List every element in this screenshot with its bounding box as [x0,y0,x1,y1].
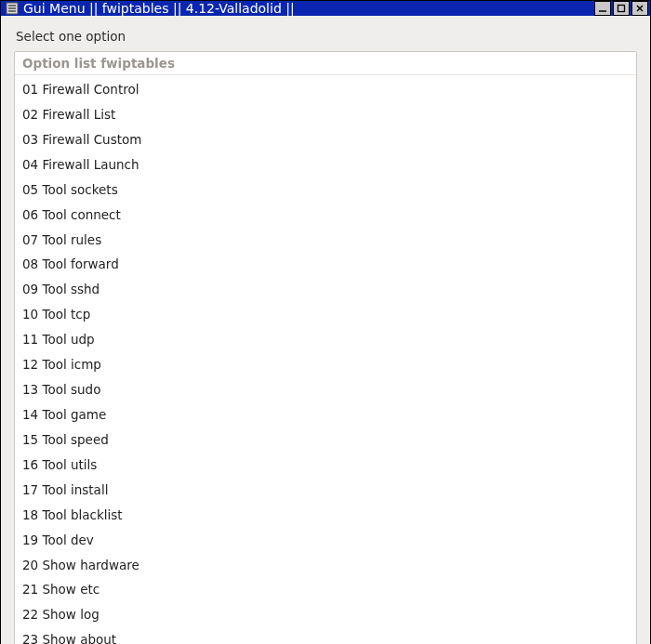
close-button[interactable] [631,1,648,16]
prompt-label: Select one option [16,29,635,44]
list-item[interactable]: 20 Show hardware [15,553,636,578]
list-item[interactable]: 13 Tool sudo [15,377,636,402]
list-item[interactable]: 21 Show etc [15,577,636,602]
window-controls [592,1,648,16]
list-item[interactable]: 14 Tool game [15,402,636,427]
list-item[interactable]: 19 Tool dev [15,528,636,553]
option-list: Option list fwiptables 01 Firewall Contr… [14,51,637,644]
maximize-button[interactable] [613,1,630,16]
list-item[interactable]: 15 Tool speed [15,427,636,453]
dialog-body: Select one option Option list fwiptables… [1,16,650,644]
list-item[interactable]: 06 Tool connect [15,203,636,228]
app-menu-icon [5,1,20,16]
list-item[interactable]: 07 Tool rules [15,228,636,253]
list-item[interactable]: 09 Tool sshd [15,277,636,302]
list-item[interactable]: 04 Firewall Launch [15,152,636,177]
list-item[interactable]: 03 Firewall Custom [15,127,636,152]
list-item[interactable]: 05 Tool sockets [15,177,636,203]
list-item[interactable]: 18 Tool blacklist [15,503,636,528]
titlebar[interactable]: Gui Menu || fwiptables || 4.12-Valladoli… [1,1,650,16]
list-item[interactable]: 17 Tool install [15,478,636,503]
list-item[interactable]: 16 Tool utils [15,453,636,478]
svg-rect-5 [618,6,625,12]
option-list-header: Option list fwiptables [15,52,636,75]
window-title: Gui Menu || fwiptables || 4.12-Valladoli… [23,1,592,16]
list-item[interactable]: 01 Firewall Control [15,77,636,102]
list-item[interactable]: 08 Tool forward [15,252,636,277]
list-item[interactable]: 12 Tool icmp [15,352,636,377]
option-list-body[interactable]: 01 Firewall Control02 Firewall List03 Fi… [15,75,636,644]
list-item[interactable]: 22 Show log [15,602,636,627]
dialog-window: Gui Menu || fwiptables || 4.12-Valladoli… [0,0,651,644]
list-item[interactable]: 02 Firewall List [15,102,636,127]
minimize-button[interactable] [594,1,611,16]
list-item[interactable]: 11 Tool udp [15,327,636,352]
list-item[interactable]: 23 Show about [15,627,636,644]
list-item[interactable]: 10 Tool tcp [15,302,636,327]
